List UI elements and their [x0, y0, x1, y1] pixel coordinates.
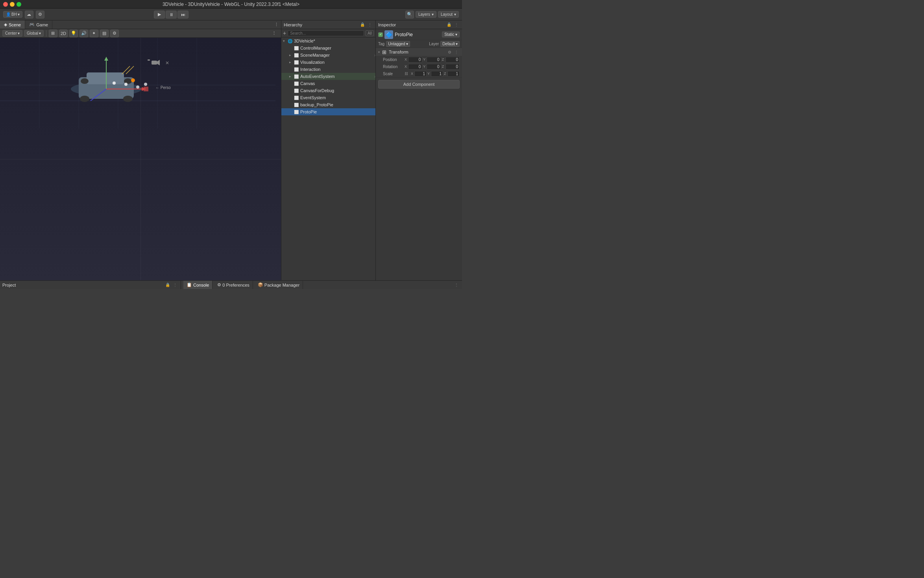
grid-button[interactable]: ⊞	[49, 30, 57, 37]
hierarchy-more-button[interactable]: ⋮	[367, 22, 373, 28]
svg-point-21	[124, 83, 128, 86]
overlay-button[interactable]: ▤	[100, 30, 109, 37]
gizmos-button[interactable]: ⚙	[110, 30, 119, 37]
static-dropdown[interactable]: Static ▾	[442, 31, 460, 37]
pos-y-input[interactable]: Y 0	[423, 57, 441, 63]
preferences-tab-icon: ⚙	[217, 282, 221, 287]
search-button[interactable]: 🔍	[405, 11, 414, 19]
tab-preferences[interactable]: ⚙ 0 Preferences	[214, 281, 253, 289]
close-button[interactable]	[3, 2, 8, 7]
global-local-dropdown[interactable]: Global ▾	[24, 30, 44, 37]
gameobject-icon: ⬜	[294, 74, 299, 79]
audio-button[interactable]: 🔊	[79, 30, 88, 37]
project-lock-button[interactable]: 🔒	[164, 282, 171, 288]
layers-dropdown[interactable]: Layers ▾	[416, 11, 436, 18]
console-panel: 📋 Console ⚙ 0 Preferences 📦 Package Mana…	[181, 281, 462, 289]
position-label: Position	[383, 57, 405, 62]
transform-more-button[interactable]: ⋮	[453, 49, 460, 55]
hierarchy-item-root[interactable]: ▾ 🌐 3DVehicle* ⋮	[281, 37, 375, 44]
maximize-button[interactable]	[17, 2, 21, 7]
pos-z-input[interactable]: Z 0	[442, 57, 460, 63]
minimize-button[interactable]	[10, 2, 15, 7]
transform-settings-button[interactable]: ⚙	[446, 49, 453, 55]
search-icon: 🔍	[407, 12, 412, 17]
chevron-down-icon: ▾	[18, 12, 20, 17]
hierarchy-item-protopie[interactable]: ⬜ ProtoPie	[281, 108, 375, 115]
window-title: 3DVehicle - 3DUnityVehicle - WebGL - Uni…	[163, 2, 299, 7]
hierarchy-add-button[interactable]: +	[283, 30, 286, 36]
constrain-scale-button[interactable]: ⛓	[405, 71, 410, 77]
tab-package-manager[interactable]: 📦 Package Manager	[255, 281, 303, 289]
scene-toolbar-more[interactable]: ⋮	[270, 31, 279, 36]
rot-x-input[interactable]: X 0	[405, 64, 422, 70]
tab-more-button[interactable]: ⋮	[272, 20, 281, 29]
expand-arrow: ▸	[289, 60, 294, 64]
toggle-2d-button[interactable]: 2D	[59, 30, 68, 37]
transform-header[interactable]: ▾ ⊞ Transform ⚙ ⋮	[376, 48, 462, 56]
hierarchy-item-backup-protopie[interactable]: ⬜ backup_ProtoPie	[281, 101, 375, 108]
main-area: ◈ Scene 🎮 Game ⋮ Center ▾ Global ▾ ⊞ 2D …	[0, 20, 462, 280]
svg-line-26	[126, 66, 134, 74]
add-component-button[interactable]: Add Component	[378, 80, 460, 89]
hierarchy-item-autoeventsystem[interactable]: ▸ ⬜ AutoEventSystem ›	[281, 73, 375, 80]
pause-button[interactable]: ⏸	[166, 11, 177, 19]
hierarchy-item-eventsystem[interactable]: ⬜ EventSystem	[281, 94, 375, 101]
gameobject-icon: ⬜	[294, 103, 299, 107]
position-row: Position X 0 Y 0 Z 0	[376, 56, 462, 63]
step-button[interactable]: ⏭	[177, 11, 188, 19]
account-button[interactable]: 👤 BH ▾	[3, 11, 22, 18]
scale-y-input[interactable]: Y 1	[427, 71, 443, 77]
tab-console[interactable]: 📋 Console	[183, 281, 213, 289]
scale-x-input[interactable]: X 1	[411, 71, 427, 77]
active-checkbox[interactable]: ✓	[378, 32, 383, 37]
rot-y-input[interactable]: Y 0	[423, 64, 441, 70]
hierarchy-item-canvas[interactable]: ⬜ Canvas	[281, 80, 375, 87]
scale-label: Scale	[383, 72, 405, 76]
cloud-button[interactable]: ☁	[25, 11, 33, 19]
chevron-down-icon: ▾	[455, 32, 457, 37]
lighting-button[interactable]: 💡	[69, 30, 78, 37]
scene-viewport[interactable]: ← Perso ✕	[0, 38, 281, 280]
hierarchy-item-controlmanager[interactable]: ⬜ ControlManager	[281, 44, 375, 52]
inspector-more-button[interactable]: ⋮	[453, 22, 460, 28]
project-panel: Project 🔒 ⋮ + 🔍 ⚙ ↺ ★ 17 Assets › Scenes	[0, 281, 181, 289]
hierarchy-item-interaction[interactable]: ⬜ Interaction	[281, 66, 375, 73]
rot-z-input[interactable]: Z 0	[442, 64, 460, 70]
gameobject-icon: ⬜	[294, 46, 299, 50]
pause-icon: ⏸	[169, 12, 174, 17]
tab-game[interactable]: 🎮 Game	[25, 20, 52, 29]
inspector-lock-button[interactable]: 🔒	[446, 22, 452, 28]
account-icon: 👤	[6, 12, 11, 17]
hierarchy-item-scenemanager[interactable]: ▸ ⬜ SceneManager ›	[281, 52, 375, 59]
play-icon: ▶	[158, 12, 161, 17]
hierarchy-toolbar: 🔒 ⋮	[359, 22, 373, 28]
inspector-go-header: ✓ 🔷 ProtoPie Static ▾	[376, 29, 462, 40]
scene-toolbar: Center ▾ Global ▾ ⊞ 2D 💡 🔊 ✦ ▤ ⚙ ⋮	[0, 29, 281, 38]
hierarchy-lock-button[interactable]: 🔒	[359, 22, 366, 28]
console-more-button[interactable]: ⋮	[453, 282, 460, 288]
all-filter[interactable]: All	[366, 30, 374, 36]
collab-button[interactable]: ⚙	[36, 11, 44, 19]
scale-values: ⛓ X 1 Y 1 Z 1	[405, 71, 460, 77]
center-pivot-dropdown[interactable]: Center ▾	[2, 30, 22, 37]
layer-dropdown[interactable]: Default ▾	[440, 41, 460, 47]
hierarchy-item-visualization[interactable]: ▸ ⬜ Visualization	[281, 59, 375, 66]
play-button[interactable]: ▶	[154, 11, 165, 19]
pos-x-input[interactable]: X 0	[405, 57, 422, 63]
scale-z-input[interactable]: Z 1	[444, 71, 460, 77]
inspector-header: Inspector 🔒 ⋮	[376, 20, 462, 29]
viewport-bg: ← Perso ✕	[0, 38, 281, 280]
scene-game-tabs: ◈ Scene 🎮 Game ⋮	[0, 20, 281, 29]
effects-button[interactable]: ✦	[90, 30, 98, 37]
inspector-go-name: ProtoPie	[395, 32, 440, 37]
go-icon[interactable]: 🔷	[384, 30, 393, 39]
window-controls[interactable]	[3, 2, 21, 7]
svg-point-12	[81, 78, 89, 84]
tag-dropdown[interactable]: Untagged ▾	[386, 41, 410, 47]
position-values: X 0 Y 0 Z 0	[405, 57, 460, 63]
hierarchy-search-input[interactable]	[288, 30, 364, 36]
tab-scene[interactable]: ◈ Scene	[0, 20, 25, 29]
project-more-button[interactable]: ⋮	[172, 282, 178, 288]
hierarchy-item-canvasfordebug[interactable]: ⬜ CanvasForDebug	[281, 87, 375, 94]
layout-dropdown[interactable]: Layout ▾	[438, 11, 459, 18]
